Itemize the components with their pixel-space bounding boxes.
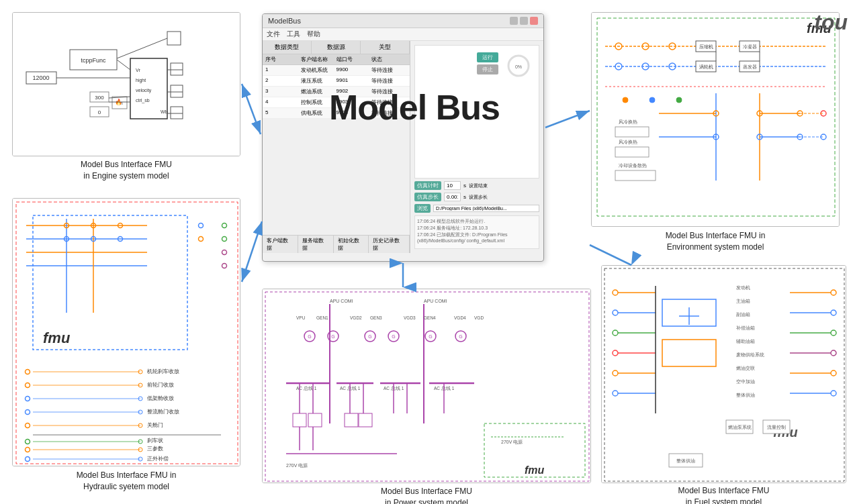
menu-file[interactable]: 文件 xyxy=(267,30,280,39)
svg-point-63 xyxy=(676,97,682,103)
hydraulic-diagram-box: fmu 机轮刹车收放 前轮门收放 低架舱收放 整流舱门收放 关舱门 xyxy=(12,198,240,466)
svg-text:fmu: fmu xyxy=(43,330,71,346)
svg-text:VGD4: VGD4 xyxy=(454,315,466,320)
svg-text:hight: hight xyxy=(136,78,146,83)
power-diagram-box: APU COMI APU COMI VPU GEN1 VGD2 GEN3 VGD… xyxy=(262,289,591,483)
svg-rect-28 xyxy=(171,63,183,75)
log-line-1: 17:06:24 模型总线软件开始运行. xyxy=(417,218,537,225)
svg-rect-67 xyxy=(615,147,649,157)
col-status: 状态 xyxy=(371,56,407,63)
svg-text:整体供油: 整体供油 xyxy=(736,393,755,397)
svg-rect-30 xyxy=(171,107,183,119)
client-header: 序号 客户端名称 端口号 状态 xyxy=(263,54,410,65)
sim-time-btn[interactable]: 设置结束 xyxy=(469,183,488,189)
svg-text:废物供给系统: 废物供给系统 xyxy=(736,352,764,357)
svg-line-4 xyxy=(242,84,261,134)
svg-rect-182 xyxy=(293,413,306,427)
minimize-button[interactable] xyxy=(510,17,518,25)
svg-text:风冷换热: 风冷换热 xyxy=(619,119,637,125)
menu-tools[interactable]: 工具 xyxy=(287,30,300,39)
step-unit: s xyxy=(463,194,466,200)
bottom-tab-1[interactable]: 客户端数据 xyxy=(263,236,298,253)
run-button[interactable]: 运行 xyxy=(477,52,498,62)
path-input[interactable] xyxy=(433,205,539,212)
bottom-tab-4[interactable]: 历史记录数据 xyxy=(369,236,410,253)
svg-text:压缩机: 压缩机 xyxy=(699,44,713,49)
svg-text:整流舱门收放: 整流舱门收放 xyxy=(147,409,179,415)
svg-text:主油箱: 主油箱 xyxy=(736,299,750,303)
client-table: 序号 客户端名称 端口号 状态 1 发动机系统 9900 等待连接 2 液压系统… xyxy=(263,54,410,235)
svg-text:前轮门收放: 前轮门收放 xyxy=(147,382,174,388)
svg-text:GEN4: GEN4 xyxy=(424,315,436,320)
svg-text:270V 电源: 270V 电源 xyxy=(501,440,523,444)
svg-text:APU COMI: APU COMI xyxy=(424,299,447,303)
svg-text:燃油泵系统: 燃油泵系统 xyxy=(728,425,752,430)
svg-text:ctrl_sb: ctrl_sb xyxy=(136,98,150,103)
svg-text:G: G xyxy=(308,334,311,339)
svg-text:三参数: 三参数 xyxy=(147,446,163,452)
path-row: 浏览 xyxy=(414,204,539,213)
svg-text:G: G xyxy=(429,334,432,339)
svg-text:低架舱收放: 低架舱收放 xyxy=(147,395,174,401)
svg-rect-29 xyxy=(171,85,183,97)
col-port: 端口号 xyxy=(336,56,372,63)
svg-point-61 xyxy=(623,97,628,103)
sim-time-label: 仿真计时 xyxy=(414,181,441,190)
sim-time-input[interactable] xyxy=(444,181,461,190)
tab-type[interactable]: 关型 xyxy=(361,41,410,54)
bottom-tab-3[interactable]: 初始化数据 xyxy=(334,236,369,253)
log-line-2: 17:06:24 服务端地址: 172.28.10.3 xyxy=(417,225,537,232)
svg-text:12000: 12000 xyxy=(32,74,49,81)
table-row: 4 控制系统 9903 等待连接 xyxy=(263,97,410,108)
svg-text:空中加油: 空中加油 xyxy=(736,379,755,384)
caption-environment: Model Bus Interface FMU in Environment s… xyxy=(591,230,840,253)
svg-text:270V 电源: 270V 电源 xyxy=(286,463,308,468)
path-label: 浏览 xyxy=(414,204,431,213)
svg-line-5 xyxy=(242,221,262,282)
caption-hydraulic: Model Bus Interface FMU in Hydraulic sye… xyxy=(12,470,240,493)
svg-text:G: G xyxy=(331,334,334,339)
engine-diagram-box: tcppFunc 12000 Vr hight velocity ctrl_sb… xyxy=(12,12,240,156)
log-line-3: 17:06:24 已加载配置文件: D:/Program Files (x86)… xyxy=(417,232,537,243)
svg-text:GEN1: GEN1 xyxy=(316,315,328,320)
maximize-button[interactable] xyxy=(520,17,528,25)
svg-rect-65 xyxy=(615,127,649,137)
svg-text:G: G xyxy=(368,334,371,339)
step-btn[interactable]: 设置步长 xyxy=(469,194,488,201)
table-row: 5 供电系统 9904 等待连接 xyxy=(263,108,410,119)
tab-data-type[interactable]: 数据类型 xyxy=(263,41,312,54)
svg-text:VGD2: VGD2 xyxy=(350,315,362,320)
svg-text:燃油交联: 燃油交联 xyxy=(736,366,755,371)
caption-fuel: Model Bus Interface FMU in Fuel system m… xyxy=(601,485,846,504)
tab-data-source[interactable]: 数据源 xyxy=(312,41,361,54)
svg-text:300: 300 xyxy=(95,95,104,101)
caption-power: Model Bus Interface FMU in Power system … xyxy=(262,486,591,504)
svg-text:APU COMI: APU COMI xyxy=(330,299,353,303)
svg-text:补偿油箱: 补偿油箱 xyxy=(736,325,755,330)
sim-time-row: 仿真计时 s 设置结束 xyxy=(414,181,539,190)
svg-rect-184 xyxy=(345,413,358,427)
fuel-diagram-box: fmu 发动机 主油箱 副油箱 补偿油箱 辅助油箱 废物供给系统 燃油交联 空中… xyxy=(601,265,846,483)
bottom-tabs: 客户端数据 服务端数据 初始化数据 历史记录数据 xyxy=(263,235,410,253)
menu-help[interactable]: 帮助 xyxy=(307,30,320,39)
svg-point-62 xyxy=(649,97,655,103)
svg-text:0: 0 xyxy=(98,109,101,115)
svg-text:涡轮机: 涡轮机 xyxy=(699,64,713,69)
step-input[interactable] xyxy=(444,193,461,201)
svg-text:velocity: velocity xyxy=(136,88,152,93)
bottom-tab-2[interactable]: 服务端数据 xyxy=(298,236,334,253)
svg-text:Wb: Wb xyxy=(161,109,168,114)
caption-engine: Model Bus Interface FMU in Engine system… xyxy=(12,159,240,182)
col-seq: 序号 xyxy=(265,56,301,63)
svg-text:G: G xyxy=(392,334,395,339)
step-row: 仿真步长 s 设置步长 xyxy=(414,193,539,201)
svg-text:VGD: VGD xyxy=(474,315,484,320)
svg-text:G: G xyxy=(459,334,462,339)
table-row: 3 燃油系统 9902 等待连接 xyxy=(263,87,410,97)
svg-rect-12 xyxy=(167,32,181,45)
svg-text:刹车状: 刹车状 xyxy=(147,438,163,444)
step-label: 仿真步长 xyxy=(414,193,441,201)
close-button[interactable] xyxy=(530,17,538,25)
svg-text:发动机: 发动机 xyxy=(736,285,750,290)
stop-button[interactable]: 停止 xyxy=(477,64,498,74)
